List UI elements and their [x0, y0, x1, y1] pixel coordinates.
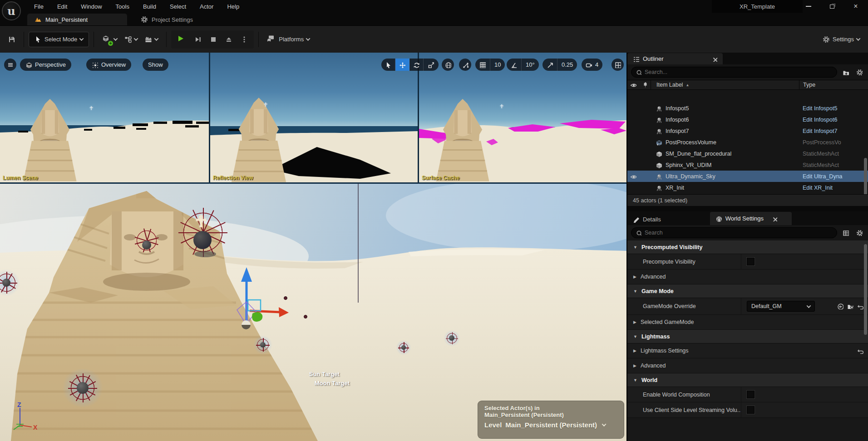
- close-icon[interactable]: [712, 56, 717, 62]
- world-settings-searchbox[interactable]: [631, 227, 837, 238]
- tab-project-settings[interactable]: Project Settings: [133, 14, 200, 25]
- settings-dropdown[interactable]: Settings: [819, 31, 863, 48]
- use-selected-icon[interactable]: [837, 303, 843, 309]
- level-viewport[interactable]: ☥ Lumen Scene ☥ Reflection View: [0, 53, 626, 441]
- outliner-row-infospot5[interactable]: Infospot5 Edit Infospot5: [627, 103, 868, 114]
- pane-perspective-main[interactable]: ☥: [0, 184, 626, 441]
- actor-sprite[interactable]: ☥: [264, 102, 267, 108]
- reset-to-default-icon[interactable]: [857, 303, 863, 309]
- outliner-settings-button[interactable]: [854, 67, 864, 77]
- target-marker[interactable]: [257, 339, 269, 351]
- tab-outliner[interactable]: Outliner: [627, 53, 723, 64]
- details-settings-button[interactable]: [854, 228, 864, 238]
- rotation-snap-control[interactable]: 10°: [507, 59, 539, 71]
- tab-main-persistent[interactable]: Main_Persistent: [27, 14, 127, 25]
- restore-button[interactable]: [826, 2, 838, 11]
- select-tool-button[interactable]: [381, 59, 395, 71]
- world-settings-search-input[interactable]: [645, 230, 832, 236]
- move-tool-button[interactable]: [395, 59, 409, 71]
- target-marker[interactable]: [137, 230, 157, 250]
- target-marker[interactable]: [71, 376, 94, 400]
- level-row[interactable]: Level Main_Persistent (Persistent): [484, 421, 617, 429]
- world-coordinate-button[interactable]: [442, 59, 454, 71]
- outliner-searchbox[interactable]: [631, 67, 837, 78]
- perspective-dropdown[interactable]: Perspective: [20, 59, 71, 71]
- platforms-dropdown[interactable]: Platforms: [263, 31, 313, 48]
- actor-sprite[interactable]: ☥: [89, 105, 93, 111]
- target-marker[interactable]: [0, 274, 15, 292]
- pane-surface-cache[interactable]: ☥ Surface Cache: [419, 53, 626, 182]
- edit-blueprint-link[interactable]: Edit Infospot7: [799, 128, 868, 134]
- menu-edit[interactable]: Edit: [50, 1, 74, 12]
- outliner-row-infospot6[interactable]: Infospot6 Edit Infospot6: [627, 114, 868, 125]
- item-label-column-header[interactable]: Item Label ▲: [651, 82, 799, 88]
- target-marker[interactable]: [447, 333, 457, 343]
- sky-actor-target-marker[interactable]: ☥: [183, 213, 222, 252]
- show-dropdown[interactable]: Show: [143, 59, 168, 71]
- outliner-row-xr-init[interactable]: XR_Init Edit XR_Init: [627, 182, 868, 193]
- outliner-row-sphinx[interactable]: Sphinx_VR_UDIM StaticMeshAct: [627, 159, 868, 171]
- category-precomputed-visibility[interactable]: ▼ Precomputed Visibility: [627, 240, 868, 254]
- select-mode-dropdown[interactable]: Select Mode: [29, 32, 89, 47]
- outliner-scrollbar[interactable]: [864, 158, 867, 194]
- outliner-row-postprocessvolume[interactable]: PostProcessVolume PostProcessVo: [627, 137, 868, 148]
- cinematics-button[interactable]: [141, 31, 162, 48]
- stop-button[interactable]: [206, 31, 221, 48]
- maximize-viewport-button[interactable]: [612, 59, 624, 71]
- eye-icon[interactable]: [630, 173, 636, 180]
- edit-blueprint-link[interactable]: Edit XR_Init: [799, 185, 868, 191]
- category-world[interactable]: ▼ World: [627, 373, 868, 387]
- target-marker[interactable]: [399, 343, 408, 352]
- surface-snapping-button[interactable]: [459, 59, 471, 71]
- edit-blueprint-link[interactable]: Edit Infospot5: [799, 105, 868, 112]
- precompute-visibility-checkbox[interactable]: [747, 258, 755, 265]
- type-column-header[interactable]: Type: [799, 80, 868, 89]
- visibility-column-header[interactable]: [627, 82, 639, 88]
- reset-to-default-icon[interactable]: [857, 348, 863, 354]
- category-lightmass[interactable]: ▼ Lightmass: [627, 330, 868, 343]
- outliner-row-infospot7[interactable]: Infospot7 Edit Infospot7: [627, 125, 868, 137]
- play-options-button[interactable]: [237, 31, 252, 48]
- viewport-options-button[interactable]: [4, 59, 16, 71]
- panel-divider[interactable]: [627, 206, 868, 211]
- grid-snap-control[interactable]: 10: [475, 59, 505, 71]
- tab-details[interactable]: Details: [627, 214, 666, 225]
- camera-speed-control[interactable]: 4: [582, 59, 602, 71]
- edit-blueprint-link[interactable]: Edit Ultra_Dyna: [799, 173, 868, 180]
- browse-asset-icon[interactable]: [847, 303, 853, 309]
- pane-reflection-view[interactable]: ☥ Reflection View: [210, 53, 418, 182]
- group-selected-gamemode[interactable]: ▶ Selected GameMode: [627, 315, 868, 330]
- eject-button[interactable]: [221, 31, 237, 48]
- close-button[interactable]: ×: [850, 2, 862, 11]
- close-icon[interactable]: [772, 216, 777, 221]
- menu-window[interactable]: Window: [74, 1, 108, 12]
- group-advanced-visibility[interactable]: ▶ Advanced: [627, 270, 868, 284]
- play-button[interactable]: [173, 31, 190, 48]
- add-folder-button[interactable]: [841, 67, 851, 77]
- actor-sprite[interactable]: ☥: [500, 103, 503, 109]
- menu-tools[interactable]: Tools: [109, 1, 136, 12]
- gamemode-override-dropdown[interactable]: Default_GM: [747, 301, 815, 312]
- group-advanced-lightmass[interactable]: ▶ Advanced: [627, 358, 868, 373]
- unreal-logo-icon[interactable]: u: [2, 1, 21, 20]
- menu-select[interactable]: Select: [163, 1, 193, 12]
- group-lightmass-settings[interactable]: ▶ Lightmass Settings: [627, 343, 868, 358]
- pin-column-header[interactable]: [639, 80, 651, 89]
- tab-world-settings[interactable]: World Settings: [710, 212, 792, 225]
- menu-help[interactable]: Help: [220, 1, 246, 12]
- menu-build[interactable]: Build: [136, 1, 163, 12]
- enable-world-composition-checkbox[interactable]: [747, 391, 755, 398]
- menu-file[interactable]: File: [27, 1, 50, 12]
- rotate-tool-button[interactable]: [409, 59, 424, 71]
- view-layout-dropdown[interactable]: Overview: [86, 59, 131, 71]
- save-button[interactable]: [5, 31, 19, 48]
- minimize-button[interactable]: [803, 2, 814, 11]
- frame-skip-button[interactable]: [190, 31, 206, 48]
- pane-lumen-scene[interactable]: ☥ Lumen Scene: [0, 53, 209, 182]
- outliner-search-input[interactable]: [645, 69, 832, 75]
- scale-tool-button[interactable]: [424, 59, 438, 71]
- outliner-row-ultra-dynamic-sky[interactable]: Ultra_Dynamic_Sky Edit Ultra_Dyna: [627, 171, 868, 182]
- category-game-mode[interactable]: ▼ Game Mode: [627, 284, 868, 298]
- display-filter-button[interactable]: [841, 228, 851, 238]
- menu-actor[interactable]: Actor: [193, 1, 220, 12]
